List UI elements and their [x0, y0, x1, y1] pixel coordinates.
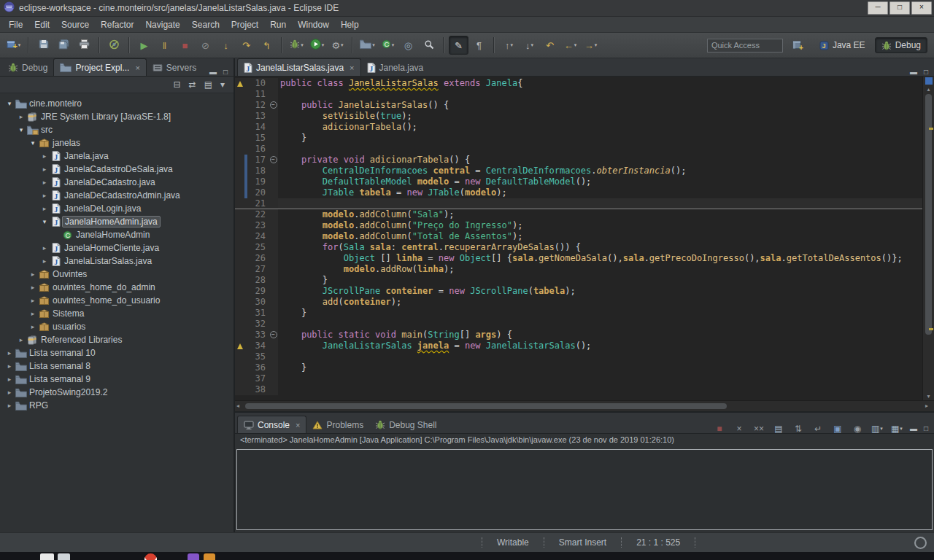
minimize-view-icon[interactable]: ▬	[910, 69, 917, 76]
code-text[interactable]: private void adicionarTabela() {	[278, 155, 922, 166]
code-text[interactable]: modelo.addColumn("Preço do Ingresso");	[278, 220, 922, 231]
tree-expander-icon[interactable]: ▸	[4, 349, 15, 357]
save-all-icon[interactable]	[54, 36, 74, 55]
line-number[interactable]: 10	[247, 78, 269, 89]
line-number[interactable]: 20	[247, 187, 269, 198]
maximize-view-icon[interactable]: □	[223, 69, 228, 76]
tree-item-janelahomeadmin[interactable]: CJanelaHomeAdmin	[0, 228, 234, 241]
code-line-19[interactable]: 19 DefaultTableModel modelo = new Defaul…	[235, 176, 922, 187]
tree-expander-icon[interactable]: ▸	[16, 113, 26, 120]
tree-item-janelacadastrodesala-java[interactable]: ▸JJanelaCadastroDeSala.java	[0, 163, 234, 176]
line-number[interactable]: 32	[247, 319, 269, 330]
dropdown-arrow-icon[interactable]: ▾	[595, 42, 598, 48]
word-wrap-icon[interactable]: ↵	[811, 424, 825, 433]
annotation-ruler-cell[interactable]	[235, 362, 244, 373]
code-line-23[interactable]: 23 modelo.addColumn("Preço do Ingresso")…	[235, 220, 922, 231]
editor-vertical-scrollbar[interactable]: ▴ ▾	[922, 77, 934, 400]
annotation-ruler-cell[interactable]	[235, 198, 244, 209]
step-into-icon[interactable]: ↓	[216, 36, 236, 55]
menu-window[interactable]: Window	[292, 18, 335, 31]
line-number[interactable]: 24	[247, 231, 269, 242]
quick-access-input[interactable]	[707, 39, 783, 52]
last-edit-location-icon[interactable]: ↶	[540, 36, 560, 55]
code-line-32[interactable]: 32	[235, 319, 922, 330]
annotation-ruler-cell[interactable]	[235, 373, 244, 384]
taskbar-icon-1[interactable]	[40, 553, 54, 560]
tree-item-cine-monteiro[interactable]: ▾cine.monteiro	[0, 97, 234, 110]
tree-expander-icon[interactable]: ▸	[16, 336, 26, 343]
code-line-14[interactable]: 14 adicionarTabela();	[235, 122, 922, 133]
fold-toggle-icon[interactable]: −	[270, 156, 277, 163]
dropdown-arrow-icon[interactable]: ▾	[301, 42, 304, 48]
code-line-27[interactable]: 27 modelo.addRow(linha);	[235, 264, 922, 275]
tree-item-referenced-libraries[interactable]: ▸Referenced Libraries	[0, 333, 234, 346]
tree-item-sistema[interactable]: ▸Sistema	[0, 307, 234, 320]
overview-warning-mark[interactable]	[929, 328, 933, 330]
code-text[interactable]	[278, 319, 922, 330]
minimize-view-icon[interactable]: ▬	[209, 69, 217, 76]
tree-item-janelas[interactable]: ▾janelas	[0, 136, 234, 149]
maximize-view-icon[interactable]: □	[924, 69, 928, 76]
code-line-35[interactable]: 35	[235, 351, 922, 362]
console-tab-problems[interactable]: Problems	[306, 416, 369, 433]
dropdown-arrow-icon[interactable]: ▾	[322, 42, 325, 48]
line-number[interactable]: 19	[247, 176, 269, 187]
dropdown-arrow-icon[interactable]: ▾	[18, 42, 21, 48]
scroll-down-icon[interactable]: ▾	[927, 393, 930, 400]
terminate-icon[interactable]: ■	[713, 424, 726, 433]
line-number[interactable]: 34	[247, 341, 269, 351]
step-over-icon[interactable]: ↷	[236, 36, 256, 55]
clear-console-icon[interactable]: ▤	[772, 424, 785, 433]
tree-item-usuarios[interactable]: ▸usuarios	[0, 320, 234, 333]
debug-icon[interactable]: ▾	[287, 36, 306, 55]
tree-expander-icon[interactable]: ▸	[28, 284, 38, 291]
code-text[interactable]: adicionarTabela();	[278, 122, 922, 133]
tree-expander-icon[interactable]: ▸	[39, 244, 50, 252]
view-menu-icon[interactable]: ▾	[220, 80, 225, 89]
line-number[interactable]: 27	[247, 264, 269, 275]
code-line-15[interactable]: 15 }	[235, 133, 922, 144]
code-line-36[interactable]: 36 }	[235, 362, 922, 373]
annotation-ruler-cell[interactable]	[235, 187, 244, 198]
tree-item-janelahomeadmin-java[interactable]: ▾JJanelaHomeAdmin.java	[0, 215, 234, 228]
menu-source[interactable]: Source	[55, 18, 95, 31]
dropdown-arrow-icon[interactable]: ▾	[392, 42, 395, 48]
code-text[interactable]: }	[278, 362, 922, 373]
code-line-11[interactable]: 11	[235, 89, 922, 100]
code-text[interactable]	[278, 198, 922, 209]
menu-project[interactable]: Project	[225, 18, 264, 31]
warning-marker-icon[interactable]	[237, 343, 243, 349]
tree-expander-icon[interactable]: ▾	[4, 100, 15, 107]
tree-item-rpg[interactable]: ▸RPG	[0, 399, 234, 412]
search-icon[interactable]	[419, 36, 439, 55]
show-whitespace-icon[interactable]: ¶	[469, 36, 489, 55]
fold-toggle-icon[interactable]: −	[270, 101, 277, 109]
tree-expander-icon[interactable]: ▸	[28, 310, 38, 317]
forward-icon[interactable]: →▾	[581, 36, 601, 55]
scroll-right-icon[interactable]: ▸	[925, 402, 933, 410]
line-number[interactable]: 35	[247, 351, 269, 362]
annotation-ruler-cell[interactable]	[235, 111, 244, 122]
run-icon[interactable]: ▾	[307, 36, 327, 55]
print-icon[interactable]	[74, 36, 94, 55]
annotation-ruler-cell[interactable]	[235, 330, 244, 341]
code-line-20[interactable]: 20 JTable tabela = new JTable(modelo);	[235, 187, 922, 198]
scroll-left-icon[interactable]: ◂	[236, 402, 244, 410]
dropdown-arrow-icon[interactable]: ▾	[530, 42, 533, 48]
tree-item-ouvintes[interactable]: ▸Ouvintes	[0, 268, 234, 281]
tree-item-lista-semanal-10[interactable]: ▸Lista semanal 10	[0, 346, 234, 359]
tree-expander-icon[interactable]: ▸	[4, 376, 15, 383]
save-icon[interactable]	[34, 36, 53, 55]
code-line-22[interactable]: 22 modelo.addColumn("Sala");	[235, 209, 922, 220]
step-return-icon[interactable]: ↰	[257, 36, 277, 55]
remove-all-terminated-icon[interactable]: ××	[752, 424, 765, 433]
annotation-ruler-cell[interactable]	[235, 155, 244, 166]
editor-tab-janela-java[interactable]: JJanela.java	[361, 59, 430, 76]
code-line-25[interactable]: 25 for(Sala sala: central.recuperarArray…	[235, 242, 922, 253]
code-line-28[interactable]: 28 }	[235, 275, 922, 286]
annotation-ruler-cell[interactable]	[235, 264, 244, 275]
tree-expander-icon[interactable]: ▸	[39, 179, 50, 186]
code-line-24[interactable]: 24 modelo.addColumn("Total de Assentos")…	[235, 231, 922, 242]
code-line-26[interactable]: 26 Object [] linha = new Object[] {sala.…	[235, 253, 922, 264]
explorer-tab-servers[interactable]: Servers	[147, 59, 202, 76]
